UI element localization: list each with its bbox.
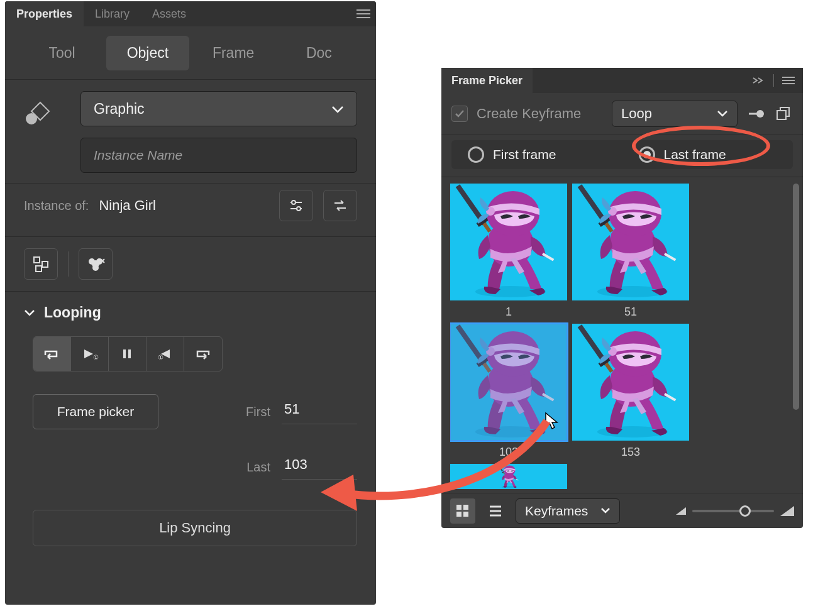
list-view-button[interactable] [483,498,508,524]
frame-number: 153 [621,446,640,459]
picker-footer: Keyframes [441,493,803,528]
radio-first-label: First frame [493,147,556,162]
play-once-button[interactable]: ① [71,337,109,371]
first-value-input[interactable]: 51 [282,399,357,424]
svg-rect-11 [36,266,41,272]
radio-icon [468,146,484,163]
mode-object[interactable]: Object [106,36,189,70]
radio-first-frame[interactable]: First frame [451,140,622,169]
frame-thumbnail[interactable] [450,464,567,489]
picker-loop-value: Loop [621,106,652,122]
reverse-once-button[interactable]: ① [146,337,184,371]
frames-grid: 151103153 [450,184,789,493]
toggle-icon[interactable] [746,104,765,123]
duplicate-icon[interactable] [774,104,793,123]
frame-number: 1 [506,305,512,319]
frame-cell [450,464,567,489]
properties-panel: Properties Library Assets Tool Object Fr… [5,1,376,605]
grid-view-button[interactable] [450,498,475,524]
frame-thumbnail[interactable] [450,324,567,441]
picker-tab[interactable]: Frame Picker [441,68,533,93]
picker-loop-dropdown[interactable]: Loop [612,101,738,127]
frame-number: 51 [624,305,637,319]
svg-marker-15 [84,349,93,358]
svg-rect-31 [463,512,468,517]
break-apart-button[interactable] [24,248,58,280]
mode-frame[interactable]: Frame [192,36,275,70]
first-label: First [233,405,270,419]
effects-button[interactable] [79,248,113,280]
svg-text:①: ① [158,354,163,361]
panel-tabs: Properties Library Assets [5,1,197,26]
radio-last-label: Last frame [664,147,726,162]
tab-properties[interactable]: Properties [5,1,84,26]
scroll-thumb[interactable] [793,184,799,410]
svg-point-12 [89,258,95,265]
svg-rect-30 [456,512,461,517]
frame-number: 103 [499,446,518,459]
picker-tabbar: Frame Picker [441,68,803,93]
frame-picker-panel: Frame Picker Create Keyframe Loop First … [441,68,803,528]
radio-last-frame[interactable]: Last frame [622,140,793,169]
picker-menu-icon[interactable] [779,71,798,90]
create-keyframe-checkbox[interactable] [451,106,468,122]
slider-knob[interactable] [739,505,751,517]
chevron-down-icon [331,101,344,118]
frame-thumbnail[interactable] [572,324,689,441]
collapse-icon[interactable] [749,71,768,90]
instance-of-name: Ninja Girl [99,197,269,214]
tab-assets[interactable]: Assets [141,1,197,26]
separator [68,251,69,277]
quick-button-row [5,237,376,292]
create-keyframe-label: Create Keyframe [477,106,581,122]
svg-point-14 [92,265,99,271]
looping-section-header[interactable]: Looping [5,292,376,330]
frame-cell: 103 [450,324,567,459]
svg-rect-9 [34,257,40,263]
last-label: Last [233,460,270,475]
mode-bar: Tool Object Frame Doc [5,26,376,80]
single-frame-button[interactable] [109,337,146,371]
svg-rect-28 [456,505,461,510]
svg-marker-35 [676,507,686,515]
tab-library[interactable]: Library [84,1,141,26]
cursor-icon [544,412,567,441]
picker-radio-row: First frame Last frame [441,135,803,177]
loop-mode-buttons: ① ① [33,336,223,371]
frames-area: 151103153 [441,177,803,493]
scrollbar[interactable] [792,184,800,493]
panel-menu-icon[interactable] [351,1,376,26]
last-value-input[interactable]: 103 [282,454,357,480]
slider-track[interactable] [692,510,774,512]
instance-name-input[interactable]: Instance Name [80,138,357,173]
frame-target-radiogroup: First frame Last frame [451,140,793,169]
symbol-type-value: Graphic [94,101,145,118]
keyframes-filter-dropdown[interactable]: Keyframes [516,498,620,524]
loop-button[interactable] [33,337,71,371]
svg-rect-27 [777,111,786,119]
frame-cell: 153 [572,324,689,459]
symbol-type-dropdown[interactable]: Graphic [80,91,357,126]
frame-cell: 1 [450,184,567,319]
svg-rect-17 [123,349,126,358]
frame-picker-button[interactable]: Frame picker [33,394,158,429]
svg-rect-10 [42,261,48,267]
frame-thumbnail[interactable] [450,184,567,300]
reverse-loop-button[interactable] [184,337,222,371]
instance-of-label: Instance of: [24,199,89,213]
picker-options-row: Create Keyframe Loop [441,93,803,135]
thumb-size-slider[interactable] [627,506,794,516]
swap-symbol-button[interactable] [279,190,313,221]
svg-marker-36 [780,506,794,516]
mode-tool[interactable]: Tool [21,36,103,70]
instance-name-placeholder: Instance Name [94,148,182,163]
svg-point-8 [297,207,301,211]
frame-thumbnail[interactable] [572,184,689,300]
svg-text:①: ① [93,354,99,361]
lip-syncing-button[interactable]: Lip Syncing [33,510,357,546]
mode-doc[interactable]: Doc [278,36,360,70]
edit-symbol-button[interactable] [323,190,357,221]
svg-point-6 [292,201,296,204]
frame-cell: 51 [572,184,689,319]
frame-picker-row: Frame picker First 51 [33,394,357,429]
